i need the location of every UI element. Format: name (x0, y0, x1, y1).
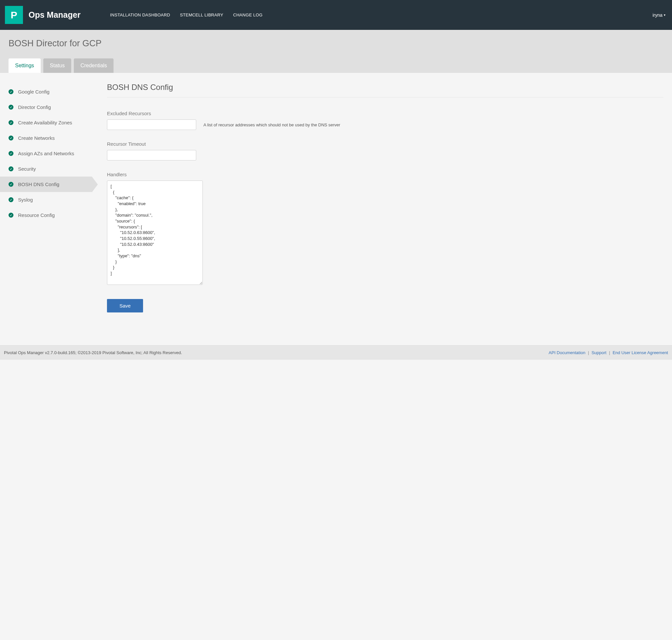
sidebar-item-syslog[interactable]: ✓ Syslog (0, 192, 92, 207)
tab-status[interactable]: Status (43, 58, 71, 73)
check-icon: ✓ (9, 105, 13, 110)
field-recursor-timeout: Recursor Timeout (107, 141, 663, 160)
logo-tile: P (5, 6, 23, 24)
field-row: A list of recursor addresses which shoul… (107, 119, 663, 130)
sidebar-item-label: Resource Config (18, 212, 55, 218)
user-menu[interactable]: iryna ▾ (653, 13, 666, 18)
separator: | (609, 350, 610, 355)
sidebar-item-create-az[interactable]: ✓ Create Availability Zones (0, 115, 92, 130)
sidebar-item-assign-az-networks[interactable]: ✓ Assign AZs and Networks (0, 146, 92, 161)
check-icon: ✓ (9, 182, 13, 187)
page-title: BOSH Director for GCP (9, 39, 663, 48)
field-label: Excluded Recursors (107, 111, 663, 116)
tab-settings[interactable]: Settings (9, 58, 41, 73)
check-icon: ✓ (9, 166, 13, 171)
body: ✓ Google Config ✓ Director Config ✓ Crea… (0, 73, 672, 329)
nav-stemcell-library[interactable]: STEMCELL LIBRARY (180, 13, 223, 17)
handlers-textarea[interactable] (107, 180, 203, 285)
tab-credentials[interactable]: Credentials (74, 58, 114, 73)
check-icon: ✓ (9, 151, 13, 156)
field-label: Handlers (107, 172, 663, 177)
footer: Pivotal Ops Manager v2.7.0-build.165; ©2… (0, 345, 672, 360)
sidebar-item-label: Google Config (18, 89, 49, 94)
field-handlers: Handlers (107, 172, 663, 286)
sidebar-item-create-networks[interactable]: ✓ Create Networks (0, 130, 92, 146)
check-icon: ✓ (9, 120, 13, 125)
field-label: Recursor Timeout (107, 141, 663, 147)
separator: | (588, 350, 589, 355)
excluded-recursors-input[interactable] (107, 119, 196, 130)
user-name: iryna (653, 13, 662, 18)
sidebar-item-security[interactable]: ✓ Security (0, 161, 92, 177)
sidebar-item-label: Create Networks (18, 135, 55, 141)
field-help: A list of recursor addresses which shoul… (203, 122, 340, 127)
nav-installation-dashboard[interactable]: INSTALLATION DASHBOARD (110, 13, 170, 17)
sidebar-item-bosh-dns-config[interactable]: ✓ BOSH DNS Config (0, 177, 92, 192)
footer-link-support[interactable]: Support (591, 350, 607, 355)
field-excluded-recursors: Excluded Recursors A list of recursor ad… (107, 111, 663, 130)
sidebar-item-label: BOSH DNS Config (18, 181, 59, 187)
recursor-timeout-input[interactable] (107, 150, 196, 160)
footer-copyright: Pivotal Ops Manager v2.7.0-build.165; ©2… (4, 350, 182, 355)
chevron-down-icon: ▾ (664, 13, 666, 17)
check-icon: ✓ (9, 89, 13, 94)
sidebar-item-label: Security (18, 166, 36, 172)
section-title: BOSH DNS Config (107, 83, 663, 98)
check-icon: ✓ (9, 213, 13, 218)
sidebar: ✓ Google Config ✓ Director Config ✓ Crea… (0, 73, 92, 329)
save-button[interactable]: Save (107, 299, 143, 312)
sidebar-item-google-config[interactable]: ✓ Google Config (0, 84, 92, 100)
check-icon: ✓ (9, 197, 13, 202)
main: BOSH DNS Config Excluded Recursors A lis… (92, 73, 672, 329)
nav-change-log[interactable]: CHANGE LOG (233, 13, 263, 17)
header: P Ops Manager INSTALLATION DASHBOARD STE… (0, 0, 672, 30)
top-nav: INSTALLATION DASHBOARD STEMCELL LIBRARY … (110, 13, 263, 17)
footer-link-api-docs[interactable]: API Documentation (549, 350, 585, 355)
footer-link-eula[interactable]: End User License Agreement (613, 350, 668, 355)
tabs: Settings Status Credentials (9, 58, 663, 73)
sidebar-item-label: Assign AZs and Networks (18, 151, 74, 156)
footer-links: API Documentation | Support | End User L… (549, 350, 668, 355)
sidebar-item-label: Director Config (18, 104, 51, 110)
sidebar-item-label: Create Availability Zones (18, 120, 72, 126)
sidebar-item-director-config[interactable]: ✓ Director Config (0, 100, 92, 115)
brand: Ops Manager (29, 10, 81, 20)
subheader: BOSH Director for GCP Settings Status Cr… (0, 30, 672, 73)
check-icon: ✓ (9, 135, 13, 141)
sidebar-item-resource-config[interactable]: ✓ Resource Config (0, 207, 92, 223)
sidebar-item-label: Syslog (18, 197, 33, 203)
